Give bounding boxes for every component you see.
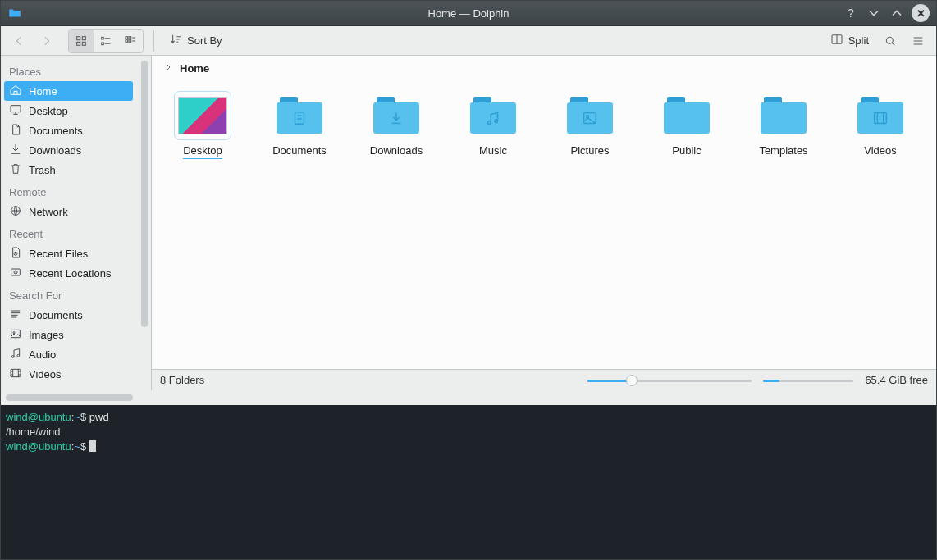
- sidebar-item-documents[interactable]: Documents: [1, 121, 136, 140]
- folder-icon: [567, 97, 613, 134]
- sidebar-item-label: Network: [29, 206, 68, 218]
- view-compact-button[interactable]: [94, 30, 118, 52]
- folder-item-desktop[interactable]: Desktop: [170, 95, 235, 159]
- download-icon: [9, 143, 22, 158]
- disk-usage-bar: [763, 375, 853, 386]
- app-folder-icon: [6, 4, 24, 22]
- terminal-panel[interactable]: wind@ubuntu:~$ pwd /home/wind wind@ubunt…: [1, 405, 936, 559]
- sidebar-item-sf-documents[interactable]: Documents: [1, 305, 136, 325]
- folder-item-music[interactable]: Music: [460, 95, 526, 157]
- view-icons-button[interactable]: [69, 30, 94, 52]
- svg-rect-2: [77, 42, 80, 45]
- svg-point-26: [587, 116, 589, 118]
- sidebar-item-sf-images[interactable]: Images: [1, 325, 136, 344]
- sidebar-item-label: Videos: [29, 368, 62, 380]
- content-area: Home DesktopDocumentsDownloadsMusicPictu…: [152, 56, 936, 390]
- sidebar-section-header: Recent: [1, 221, 136, 244]
- window-title: Home — Dolphin: [428, 7, 510, 20]
- sidebar-item-recent-files[interactable]: Recent Files: [1, 244, 136, 263]
- maximize-icon[interactable]: [889, 5, 905, 21]
- titlebar: Home — Dolphin ? ✕: [1, 1, 936, 25]
- folder-icon: [664, 97, 710, 134]
- sidebar-item-sf-audio[interactable]: Audio: [1, 344, 136, 364]
- svg-point-19: [11, 355, 14, 357]
- svg-rect-21: [11, 369, 21, 376]
- disk-free-label: 65.4 GiB free: [865, 374, 928, 386]
- desktop-wallpaper-icon: [178, 97, 227, 134]
- svg-point-11: [886, 37, 893, 43]
- video-icon: [9, 367, 22, 382]
- minimize-icon[interactable]: [866, 5, 882, 21]
- sidebar-item-label: Downloads: [29, 144, 81, 157]
- dolphin-window: Home — Dolphin ? ✕: [0, 0, 937, 560]
- split-icon: [830, 33, 843, 48]
- folder-item-downloads[interactable]: Downloads: [363, 95, 429, 157]
- hamburger-menu-button[interactable]: [907, 30, 930, 52]
- chevron-right-icon: [163, 62, 173, 75]
- svg-rect-4: [102, 37, 104, 39]
- body: PlacesHomeDesktopDocumentsDownloadsTrash…: [1, 56, 936, 390]
- sidebar-item-label: Recent Locations: [29, 267, 111, 280]
- folder-label: Pictures: [571, 144, 610, 157]
- breadcrumb[interactable]: Home: [152, 56, 936, 80]
- svg-rect-3: [82, 42, 85, 45]
- nav-back-button[interactable]: [7, 30, 30, 52]
- dolphin-main: Sort By Split PlacesHomeDesktopDocuments…: [1, 25, 936, 559]
- sidebar-item-label: Images: [29, 329, 64, 341]
- sidebar-item-label: Trash: [29, 164, 56, 176]
- sort-by-label: Sort By: [187, 34, 222, 47]
- svg-rect-17: [11, 330, 21, 337]
- svg-point-20: [17, 354, 20, 357]
- trash-icon: [9, 162, 22, 178]
- folder-item-public[interactable]: Public: [654, 95, 720, 157]
- monitor-icon: [9, 103, 22, 119]
- breadcrumb-home[interactable]: Home: [180, 62, 209, 75]
- sort-by-button[interactable]: Sort By: [164, 30, 227, 52]
- sidebar-section-header: Remote: [1, 180, 136, 202]
- status-bar: 8 Folders 65.4 GiB free: [152, 369, 936, 390]
- sidebar-hscroll[interactable]: [1, 390, 936, 405]
- folder-icon: [470, 97, 516, 134]
- folder-item-templates[interactable]: Templates: [751, 95, 816, 157]
- status-summary: 8 Folders: [160, 374, 204, 386]
- svg-rect-0: [77, 36, 80, 39]
- sidebar-item-recent-locations[interactable]: Recent Locations: [1, 263, 136, 283]
- split-view-button[interactable]: Split: [825, 30, 874, 52]
- folder-item-videos[interactable]: Videos: [848, 95, 913, 157]
- sidebar-item-label: Home: [29, 85, 57, 98]
- terminal-output: /home/wind: [6, 425, 931, 439]
- folder-item-documents[interactable]: Documents: [267, 95, 332, 157]
- sidebar-item-home[interactable]: Home: [4, 81, 133, 101]
- home-icon: [9, 84, 22, 99]
- view-details-button[interactable]: [118, 30, 143, 52]
- sidebar-item-label: Desktop: [29, 105, 68, 117]
- svg-point-23: [488, 121, 491, 125]
- lines-icon: [9, 307, 22, 323]
- sidebar-scrollbar[interactable]: [141, 61, 148, 385]
- close-icon[interactable]: ✕: [912, 4, 930, 22]
- recentfile-icon: [9, 246, 22, 262]
- icon-view[interactable]: DesktopDocumentsDownloadsMusicPicturesPu…: [152, 80, 936, 369]
- zoom-slider[interactable]: [587, 375, 752, 386]
- sidebar-item-label: Recent Files: [29, 248, 88, 260]
- folder-icon: [277, 97, 322, 134]
- sidebar-item-desktop[interactable]: Desktop: [1, 101, 136, 121]
- svg-rect-9: [129, 39, 131, 42]
- sidebar-section-header: Places: [1, 59, 136, 81]
- sidebar-item-network[interactable]: Network: [1, 202, 136, 221]
- folder-label: Desktop: [183, 144, 222, 159]
- folder-icon: [373, 97, 419, 134]
- folder-label: Templates: [759, 144, 807, 157]
- svg-rect-5: [102, 43, 104, 45]
- sidebar-item-trash[interactable]: Trash: [1, 160, 136, 180]
- search-button[interactable]: [879, 30, 902, 52]
- folder-icon: [761, 97, 807, 134]
- help-icon[interactable]: ?: [843, 5, 859, 21]
- folder-item-pictures[interactable]: Pictures: [557, 95, 623, 157]
- nav-forward-button[interactable]: [35, 30, 58, 52]
- sidebar-item-downloads[interactable]: Downloads: [1, 140, 136, 160]
- sidebar-item-sf-videos[interactable]: Videos: [1, 364, 136, 384]
- sidebar-item-label: Documents: [29, 309, 83, 321]
- svg-point-24: [495, 120, 498, 123]
- svg-rect-1: [82, 36, 85, 39]
